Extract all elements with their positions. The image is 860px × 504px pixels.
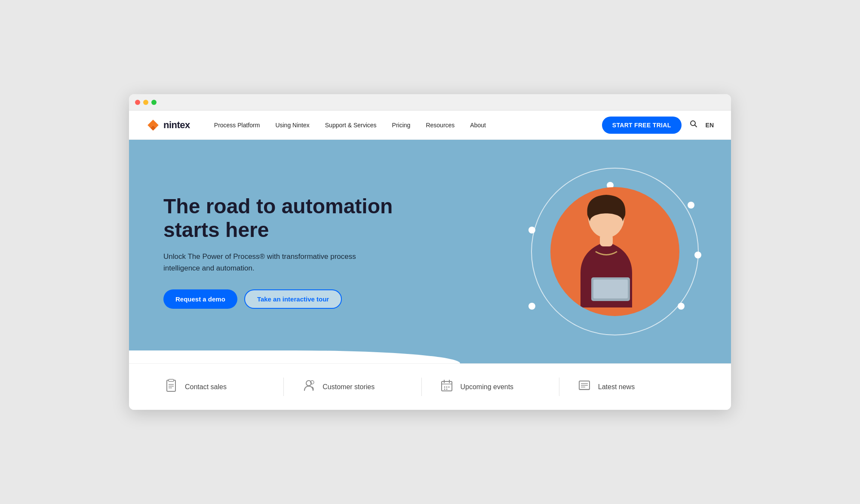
nav-resources[interactable]: Resources: [419, 118, 461, 132]
svg-point-19: [444, 389, 445, 390]
svg-point-17: [446, 387, 447, 388]
bottom-item-upcoming-events[interactable]: Upcoming events: [421, 378, 559, 396]
nav-support-services[interactable]: Support & Services: [318, 118, 384, 132]
upcoming-events-icon: [439, 378, 455, 396]
bottom-item-contact-sales[interactable]: Contact sales: [163, 378, 283, 396]
navbar: nintex Process Platform Using Nintex Sup…: [129, 111, 731, 140]
dot-yellow[interactable]: [143, 100, 148, 105]
dot-green[interactable]: [151, 100, 157, 105]
latest-news-icon: [577, 378, 592, 396]
logo-text: nintex: [163, 120, 190, 131]
upcoming-events-label: Upcoming events: [461, 383, 514, 391]
nintex-logo-icon: [146, 118, 160, 132]
hero-title: The road to automation starts here: [163, 194, 426, 242]
customer-stories-label: Customer stories: [322, 383, 375, 391]
nav-links: Process Platform Using Nintex Support & …: [207, 118, 602, 132]
hero-section: The road to automation starts here Unloc…: [129, 140, 731, 363]
browser-window: nintex Process Platform Using Nintex Sup…: [129, 94, 731, 410]
browser-chrome: [129, 94, 731, 111]
orbit-dot-3: [694, 252, 701, 258]
svg-rect-2: [600, 234, 613, 246]
start-free-trial-button[interactable]: START FREE TRIAL: [602, 117, 682, 134]
svg-rect-5: [167, 380, 175, 391]
nav-actions: START FREE TRIAL EN: [602, 117, 714, 134]
nav-using-nintex[interactable]: Using Nintex: [268, 118, 316, 132]
interactive-tour-button[interactable]: Take an interactive tour: [244, 289, 342, 309]
svg-point-20: [446, 389, 447, 390]
hero-subtitle: Unlock The Power of Process® with transf…: [163, 251, 387, 274]
orbit-dot-4: [678, 303, 685, 310]
search-icon[interactable]: [688, 118, 700, 132]
contact-sales-label: Contact sales: [185, 383, 227, 391]
bottom-bar: Contact sales Customer stories: [129, 363, 731, 410]
contact-sales-icon: [163, 378, 179, 396]
orbit-dot-2: [688, 202, 694, 209]
latest-news-label: Latest news: [598, 383, 635, 391]
hero-content: The road to automation starts here Unloc…: [129, 169, 460, 335]
bottom-item-customer-stories[interactable]: Customer stories: [283, 378, 421, 396]
svg-point-16: [444, 387, 445, 388]
language-selector[interactable]: EN: [706, 122, 714, 129]
hero-visual: [525, 161, 705, 342]
bottom-item-latest-news[interactable]: Latest news: [559, 378, 697, 396]
nav-pricing[interactable]: Pricing: [385, 118, 418, 132]
svg-point-18: [448, 387, 449, 388]
hero-person-circle: [550, 187, 679, 316]
request-demo-button[interactable]: Request a demo: [163, 289, 237, 309]
orbit-dot-6: [528, 227, 535, 234]
svg-rect-6: [169, 379, 174, 381]
nav-about[interactable]: About: [463, 118, 493, 132]
hero-buttons: Request a demo Take an interactive tour: [163, 289, 426, 309]
customer-stories-icon: [301, 378, 316, 396]
svg-rect-4: [593, 280, 628, 298]
nav-process-platform[interactable]: Process Platform: [207, 118, 267, 132]
dot-red[interactable]: [135, 100, 140, 105]
logo[interactable]: nintex: [146, 118, 190, 132]
orbit-dot-5: [528, 303, 535, 310]
